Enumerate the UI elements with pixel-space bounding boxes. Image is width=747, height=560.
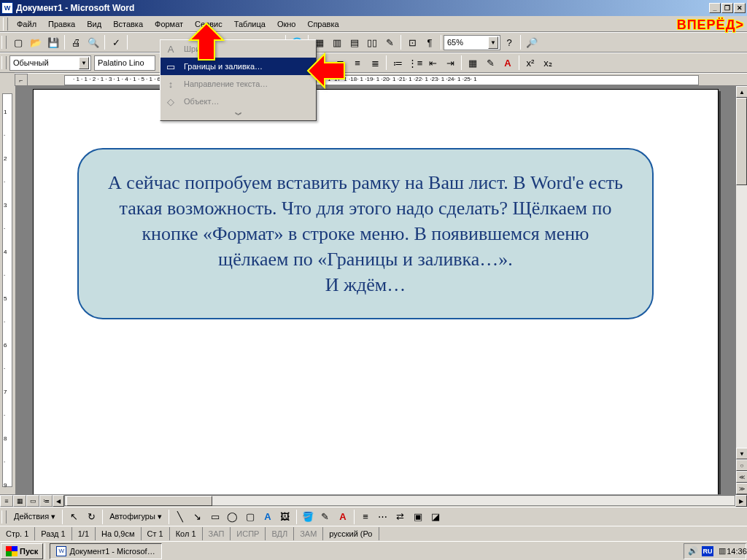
align-right-icon[interactable]: ≡ [349, 55, 365, 71]
subscript-icon[interactable]: x₂ [540, 55, 556, 71]
status-rec[interactable]: ЗАП [203, 527, 231, 540]
shadow-icon[interactable]: ▣ [410, 509, 426, 525]
help-icon[interactable]: ? [501, 34, 517, 50]
close-button[interactable]: ✕ [734, 3, 746, 13]
new-doc-icon[interactable]: ▢ [10, 34, 26, 50]
tab-selector-icon[interactable]: ⌐ [15, 74, 28, 86]
wordart-icon[interactable]: A [260, 509, 276, 525]
toolbar-grip[interactable] [1, 510, 7, 524]
outdent-icon[interactable]: ⇤ [425, 55, 441, 71]
status-lang[interactable]: русский (Ро [323, 527, 379, 540]
menu-window[interactable]: Окно [271, 18, 302, 30]
chevron-down-icon[interactable]: ▼ [79, 57, 89, 69]
clock[interactable]: 14:36 [731, 545, 743, 557]
autoshapes-button[interactable]: Автофигуры ▾ [105, 512, 166, 521]
toolbar-grip[interactable] [3, 18, 8, 31]
expand-menu-icon[interactable]: ︾ [160, 110, 316, 120]
status-trk[interactable]: ИСПР [231, 527, 266, 540]
scroll-left-icon[interactable]: ◀ [53, 495, 64, 507]
zoom-field[interactable]: 65% ▼ [444, 35, 500, 50]
minimize-button[interactable]: _ [709, 3, 721, 13]
insert-table-icon[interactable]: ▥ [329, 34, 345, 50]
vertical-scrollbar[interactable]: ▲ ▼ ○ ≪ ≫ [735, 86, 747, 494]
rectangle-icon[interactable]: ▭ [207, 509, 223, 525]
start-button[interactable]: Пуск [1, 543, 43, 559]
highlight-icon[interactable]: ✎ [482, 55, 498, 71]
menu-format[interactable]: Формат [149, 18, 189, 30]
scroll-down-icon[interactable]: ▼ [736, 448, 747, 459]
borders-icon[interactable]: ▦ [465, 55, 481, 71]
print-icon[interactable]: 🖨 [68, 34, 84, 50]
document-page[interactable]: А сейчас попробуем вставить рамку на Ваш… [33, 89, 719, 494]
hscroll-thumb[interactable] [66, 496, 212, 506]
save-icon[interactable]: 💾 [45, 34, 61, 50]
fill-color-icon[interactable]: 🪣 [300, 509, 316, 525]
3d-icon[interactable]: ◪ [427, 509, 444, 525]
status-ext[interactable]: ВДЛ [266, 527, 294, 540]
volume-icon[interactable]: 🔊 [687, 545, 699, 557]
horizontal-ruler[interactable]: ⌐ · 1 · 1 · 2 · 1 · 3 · 1 · 4 · 1 · 5 · … [15, 73, 747, 86]
indent-icon[interactable]: ⇥ [442, 55, 458, 71]
font-color-icon[interactable]: A [500, 55, 516, 71]
scroll-thumb[interactable] [736, 98, 747, 185]
next-page-icon[interactable]: ≫ [736, 483, 747, 494]
arrow-style-icon[interactable]: ⇄ [392, 509, 409, 525]
menu-item-font[interactable]: A Шри [160, 40, 316, 58]
scroll-right-icon[interactable]: ▶ [735, 495, 747, 507]
print-view-icon[interactable]: ▭ [26, 495, 39, 507]
align-justify-icon[interactable]: ≣ [367, 55, 383, 71]
style-field[interactable]: Обычный ▼ [9, 55, 91, 71]
horizontal-scrollbar[interactable] [64, 495, 735, 506]
forward-overlay-button[interactable]: ВПЕРЁД> [677, 18, 744, 33]
toolbar-grip[interactable] [1, 36, 7, 49]
menu-view[interactable]: Вид [81, 18, 107, 30]
font-color-draw-icon[interactable]: A [335, 509, 351, 525]
task-word-document[interactable]: W Документ1 - Microsof… [50, 543, 161, 559]
menu-table[interactable]: Таблица [228, 18, 271, 30]
line-style-icon[interactable]: ≡ [357, 509, 374, 525]
menu-file[interactable]: Файл [11, 18, 42, 30]
menu-insert[interactable]: Вставка [107, 18, 149, 30]
menu-edit[interactable]: Правка [42, 18, 81, 30]
draw-actions-button[interactable]: Действия ▾ [9, 512, 60, 521]
menu-help[interactable]: Справка [301, 18, 344, 30]
toolbar-grip[interactable] [1, 56, 7, 69]
print-preview-icon[interactable]: 🔍 [85, 34, 101, 50]
menu-item-text-direction[interactable]: ↕ Направление текста… [160, 75, 316, 93]
dash-style-icon[interactable]: ⋯ [375, 509, 391, 525]
scroll-up-icon[interactable]: ▲ [736, 86, 747, 98]
font-field[interactable]: Palatino Lino [94, 55, 155, 71]
columns-icon[interactable]: ▯▯ [364, 34, 380, 50]
spellcheck-icon[interactable]: ✓ [108, 34, 124, 50]
status-section: Разд 1 [35, 527, 71, 540]
arrow-icon[interactable]: ↘ [190, 509, 206, 525]
numbered-list-icon[interactable]: ≔ [390, 55, 406, 71]
drawing-icon[interactable]: ✎ [382, 34, 398, 50]
oval-icon[interactable]: ◯ [225, 509, 241, 525]
status-ovr[interactable]: ЗАМ [294, 527, 323, 540]
superscript-icon[interactable]: x² [522, 55, 538, 71]
clipart-icon[interactable]: 🖼 [277, 509, 293, 525]
outline-view-icon[interactable]: ≔ [39, 495, 53, 507]
find-icon[interactable]: 🔎 [524, 34, 540, 50]
vertical-ruler[interactable]: 1·2·3·4·5·6·7·8·9·10·11·12·13·14 [0, 86, 16, 494]
doc-map-icon[interactable]: ⊡ [404, 34, 420, 50]
line-icon[interactable]: ╲ [172, 509, 188, 525]
normal-view-icon[interactable]: ≡ [0, 495, 13, 507]
rotate-icon[interactable]: ↻ [83, 509, 99, 525]
line-color-icon[interactable]: ✎ [317, 509, 333, 525]
show-marks-icon[interactable]: ¶ [422, 34, 438, 50]
web-view-icon[interactable]: ▦ [13, 495, 26, 507]
excel-icon[interactable]: ▤ [347, 34, 363, 50]
bullet-list-icon[interactable]: ⋮≡ [407, 55, 423, 71]
prev-page-icon[interactable]: ≪ [736, 471, 747, 483]
menu-item-object[interactable]: ◇ Объект… [160, 93, 316, 110]
textbox-icon[interactable]: ▢ [242, 509, 258, 525]
open-icon[interactable]: 📂 [28, 34, 44, 50]
select-objects-icon[interactable]: ↖ [66, 509, 82, 525]
browse-select-icon[interactable]: ○ [736, 459, 747, 471]
menu-item-borders-shading[interactable]: ▭ Границы и заливка… [160, 58, 316, 75]
chevron-down-icon[interactable]: ▼ [488, 36, 498, 49]
restore-button[interactable]: ❐ [721, 3, 733, 13]
language-indicator[interactable]: RU [702, 546, 713, 556]
